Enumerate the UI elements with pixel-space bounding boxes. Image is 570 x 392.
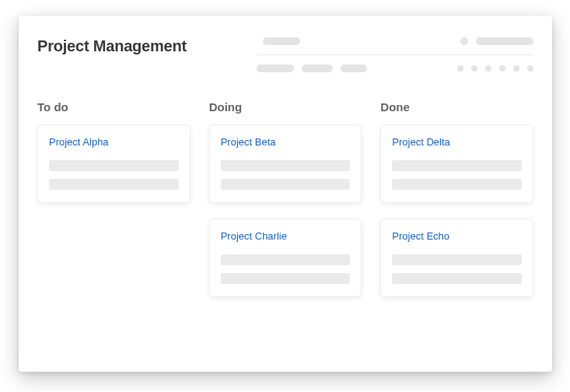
kanban-board: To do Project Alpha Doing Project Beta P… <box>37 100 533 313</box>
skeleton-line <box>49 160 179 171</box>
card-title: Project Beta <box>221 136 351 148</box>
card-title: Project Charlie <box>221 230 351 242</box>
skeleton-line <box>221 160 351 171</box>
skeleton-dot <box>499 65 505 72</box>
skeleton-dot <box>457 65 463 72</box>
skeleton-dot <box>471 65 477 72</box>
column-title: Done <box>380 100 533 114</box>
skeleton-dot <box>513 65 519 72</box>
card-title: Project Delta <box>392 136 522 148</box>
header-skeleton-bottom <box>257 55 533 72</box>
skeleton-line <box>392 160 522 171</box>
column-title: Doing <box>209 100 362 114</box>
card-title: Project Echo <box>392 230 522 242</box>
skeleton-bar <box>302 65 333 72</box>
project-card[interactable]: Project Echo <box>380 219 533 297</box>
card-title: Project Alpha <box>49 136 179 148</box>
column-todo: To do Project Alpha <box>37 100 191 313</box>
column-doing: Doing Project Beta Project Charlie <box>209 100 362 313</box>
skeleton-bar <box>257 65 294 72</box>
skeleton-bar <box>476 37 533 45</box>
project-panel: Project Management To do <box>19 16 552 372</box>
skeleton-line <box>392 254 522 265</box>
header: Project Management <box>37 37 533 72</box>
header-skeleton <box>257 37 533 72</box>
column-done: Done Project Delta Project Echo <box>380 100 533 313</box>
skeleton-dot <box>485 65 491 72</box>
skeleton-bar <box>263 37 300 45</box>
skeleton-dot <box>527 65 533 72</box>
project-card[interactable]: Project Delta <box>380 124 533 203</box>
column-title: To do <box>37 100 191 114</box>
skeleton-line <box>392 273 522 284</box>
page-title: Project Management <box>37 37 187 55</box>
skeleton-bar <box>341 65 367 72</box>
header-skeleton-top <box>257 37 533 55</box>
project-card[interactable]: Project Charlie <box>209 219 362 297</box>
project-card[interactable]: Project Alpha <box>37 124 191 203</box>
skeleton-line <box>221 273 351 284</box>
skeleton-line <box>49 179 179 190</box>
skeleton-line <box>392 179 522 190</box>
project-card[interactable]: Project Beta <box>209 124 362 203</box>
skeleton-line <box>221 254 351 265</box>
skeleton-line <box>221 179 351 190</box>
skeleton-dot <box>460 37 468 45</box>
